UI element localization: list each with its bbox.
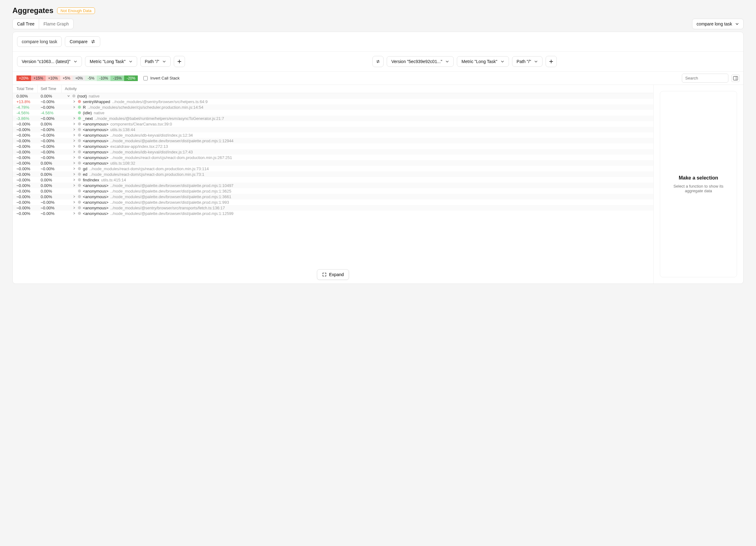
function-name: <anonymous> [83,211,108,216]
expander-icon[interactable] [72,106,76,109]
tree-row[interactable]: +13.8%~0.00%sentryWrapped../node_modules… [13,99,653,104]
expander-icon[interactable] [72,100,76,103]
tree-row[interactable]: ~0.00%~0.00%<anonymous>utils.ts:138:44 [13,127,653,132]
expander-icon[interactable] [72,122,76,125]
toggle-sidepanel-button[interactable] [731,74,740,82]
tree-row[interactable]: ~0.00%~0.00%<anonymous>../node_modules/@… [13,138,653,143]
expander-icon[interactable] [72,128,76,131]
col-total-time[interactable]: Total Time [13,85,38,93]
expander-icon[interactable] [72,184,76,187]
total-time-cell: -4.78% [13,105,38,110]
expander-icon[interactable] [72,201,76,204]
call-tree-area: Total Time Self Time Activity 0.00%0.00%… [13,85,653,284]
expander-icon[interactable] [72,206,76,209]
swap-icon [91,39,96,44]
tree-row[interactable]: ~0.00%~0.00%<anonymous>../node_modules/@… [13,210,653,216]
self-time-cell: ~0.00% [38,211,62,216]
expander-icon[interactable] [72,133,76,137]
expander-icon[interactable] [72,150,76,153]
left-path-select[interactable]: Path "/" [140,56,171,67]
expander-icon[interactable] [72,167,76,170]
total-time-cell: +13.8% [13,99,38,104]
severity-marker [78,106,81,109]
tree-row[interactable]: ~0.00%~0.00%<anonymous>../node_modules/@… [13,199,653,205]
tree-row[interactable]: -3.86%~0.00%_next../node_modules/@babel/… [13,115,653,121]
function-name: <anonymous> [83,127,108,132]
plus-icon [177,59,182,64]
right-metric-label: Metric "Long Task" [461,59,497,64]
tree-row[interactable]: ~0.00%~0.00%<anonymous>excalidraw-app/in… [13,143,653,149]
tree-row[interactable]: ~0.00%0.00%<anonymous>components/ClearCa… [13,121,653,127]
tree-row[interactable]: -4.78%~0.00%R../node_modules/scheduler/c… [13,104,653,110]
self-time-cell: ~0.00% [38,155,62,160]
col-activity[interactable]: Activity [62,85,653,93]
tree-row[interactable]: ~0.00%~0.00%<anonymous>../node_modules/r… [13,155,653,160]
left-metric-select[interactable]: Metric "Long Task" [85,56,137,67]
search-input[interactable] [682,74,728,83]
expander-icon[interactable] [72,156,76,159]
expand-button[interactable]: Expand [317,269,349,280]
tree-row[interactable]: ~0.00%0.00%<anonymous>utils.ts:108:32 [13,160,653,166]
expander-icon[interactable] [72,212,76,215]
tree-row[interactable]: ~0.00%0.00%findIndexutils.ts:415:14 [13,177,653,183]
right-path-select[interactable]: Path "/" [512,56,543,67]
tree-row[interactable]: ~0.00%~0.00%<anonymous>../node_modules/@… [13,205,653,210]
self-time-cell: 0.00% [38,161,62,165]
invert-checkbox[interactable] [143,76,148,80]
expander-icon[interactable] [72,139,76,142]
expander-icon[interactable] [72,178,76,181]
left-add-button[interactable] [174,56,185,67]
right-add-button[interactable] [546,56,557,67]
expander-icon[interactable] [72,117,76,120]
source-path: ../node_modules/@babel/runtime/helpers/e… [95,116,224,121]
expander-icon[interactable] [72,145,76,148]
comparison-dropdown-label: compare long task [697,21,732,26]
left-version-select[interactable]: Version "c1063... (latest)" [17,56,82,67]
tab-flame-graph[interactable]: Flame Graph [39,19,73,29]
severity-marker [78,145,81,148]
expander-icon[interactable] [72,195,76,198]
swap-sides-button[interactable] [372,56,384,67]
severity-marker [78,189,81,192]
source-path: ../node_modules/@palette.dev/browser/dis… [110,194,231,199]
tree-row[interactable]: ~0.00%~0.00%<anonymous>../node_modules/i… [13,132,653,138]
total-time-cell: -4.56% [13,110,38,115]
total-time-cell: ~0.00% [13,144,38,149]
tree-row[interactable]: ~0.00%~0.00%<anonymous>../node_modules/i… [13,149,653,155]
self-time-cell: ~0.00% [38,133,62,138]
tree-row[interactable]: ~0.00%0.00%ed../node_modules/react-dom/c… [13,171,653,177]
comparison-dropdown[interactable]: compare long task [692,19,744,29]
tree-row[interactable]: ~0.00%0.00%<anonymous>../node_modules/@p… [13,194,653,199]
tree-row[interactable]: ~0.00%0.00%<anonymous>../node_modules/@p… [13,188,653,194]
chevron-down-icon [534,60,538,63]
severity-marker [78,150,81,153]
expander-icon[interactable] [72,173,76,176]
source-path: utils.ts:138:44 [110,127,135,132]
plus-icon [549,59,553,64]
compare-name-field[interactable]: compare long task [17,36,62,47]
diff-legend: +20% +15% +10% +5% +0% -5% -10% -15% -20… [16,75,138,81]
severity-marker [78,100,81,103]
tree-row[interactable]: 0.00%0.00%(root)native [13,93,653,99]
right-version-select[interactable]: Version "5ec939e92c01..." [387,56,454,67]
tree-row[interactable]: -4.56%-4.56%(idle)native [13,110,653,115]
expander-icon[interactable] [67,94,70,97]
total-time-cell: ~0.00% [13,150,38,154]
function-name: gd [83,166,87,171]
invert-callstack[interactable]: Invert Call Stack [143,76,180,80]
expand-icon [322,272,326,277]
function-name: <anonymous> [83,183,108,188]
right-metric-select[interactable]: Metric "Long Task" [457,56,509,67]
tree-row[interactable]: ~0.00%~0.00%gd../node_modules/react-dom/… [13,166,653,171]
self-time-cell: -4.56% [38,110,62,115]
legend-badge: +5% [60,75,73,81]
col-self-time[interactable]: Self Time [38,85,62,93]
tab-call-tree[interactable]: Call Tree [13,19,39,29]
tree-row[interactable]: ~0.00%0.00%<anonymous>../node_modules/@p… [13,183,653,188]
compare-button[interactable]: Compare [65,36,100,47]
source-path: ../node_modules/@sentry/browser/src/tran… [110,205,225,210]
left-path-label: Path "/" [145,59,160,64]
expander-icon[interactable] [72,161,76,165]
function-name: <anonymous> [83,161,108,165]
severity-marker [78,184,81,187]
